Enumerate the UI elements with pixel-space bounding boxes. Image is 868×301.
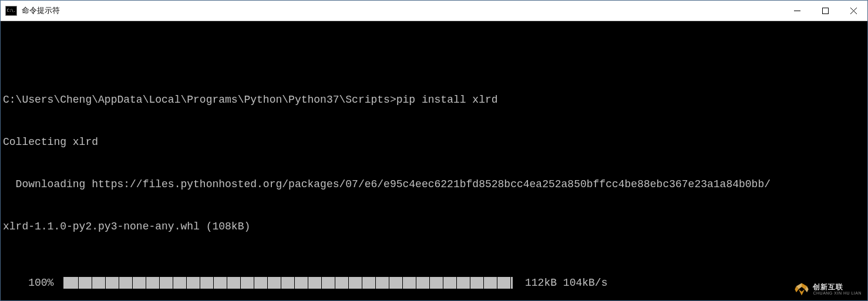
progress-bar-wrap [63,277,513,289]
watermark-logo-icon [794,282,809,297]
close-icon [850,8,857,14]
terminal-line: xlrd-1.1.0-py2.py3-none-any.whl (108kB) [3,219,865,234]
minimize-button[interactable] [783,1,811,21]
window-controls [783,1,867,21]
window-title: 命令提示符 [22,5,783,16]
progress-speed: 112kB 104kB/s [519,276,607,290]
svg-rect-1 [822,8,828,13]
terminal-line [3,50,865,65]
command-prompt-window: C:\. 命令提示符 C:\Users\Cheng\AppData\Local\… [0,0,868,301]
progress-bar-edge [511,277,513,289]
app-icon: C:\. [5,6,17,16]
maximize-icon [822,8,829,14]
maximize-button[interactable] [811,1,839,21]
watermark-en: CHUANG XIN HU LIAN [813,291,862,295]
terminal-line: C:\Users\Cheng\AppData\Local\Programs\Py… [3,93,865,107]
prompt-command: pip install xlrd [396,94,498,106]
watermark: 创新互联 CHUANG XIN HU LIAN [794,282,862,297]
close-button[interactable] [839,1,867,21]
watermark-text: 创新互联 CHUANG XIN HU LIAN [813,283,862,295]
terminal-area[interactable]: C:\Users\Cheng\AppData\Local\Programs\Py… [1,21,867,300]
progress-line: 100% 112kB 104kB/s [3,276,865,290]
progress-percent: 100% [3,276,60,290]
watermark-cn: 创新互联 [813,283,862,291]
progress-bar [65,277,511,289]
minimize-icon [794,8,800,14]
terminal-line: Collecting xlrd [3,135,865,149]
titlebar[interactable]: C:\. 命令提示符 [1,1,867,21]
terminal-line: Downloading https://files.pythonhosted.o… [3,177,865,191]
app-icon-text: C:\. [7,9,16,13]
prompt-path: C:\Users\Cheng\AppData\Local\Programs\Py… [3,94,396,106]
